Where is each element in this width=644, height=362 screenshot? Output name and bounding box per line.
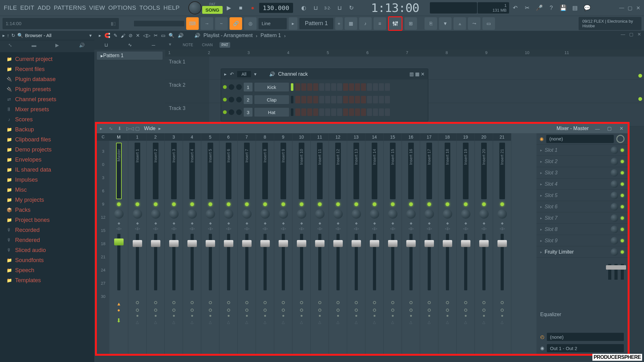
strip-number[interactable]: 5 bbox=[201, 133, 219, 141]
eq-high-knob[interactable] bbox=[618, 312, 624, 319]
slice-icon[interactable]: ✂ bbox=[154, 33, 158, 38]
browser-item[interactable]: 📦Packs bbox=[0, 205, 94, 215]
route-button[interactable] bbox=[209, 309, 212, 312]
route-button[interactable] bbox=[245, 309, 248, 312]
step-button[interactable] bbox=[319, 83, 324, 91]
route-button[interactable] bbox=[136, 301, 139, 304]
channel-mute-led[interactable] bbox=[223, 98, 227, 101]
cr-undo-icon[interactable]: ↶ bbox=[230, 71, 234, 77]
step-button[interactable] bbox=[319, 108, 324, 116]
stereo-swap-icon[interactable]: ◁▷ bbox=[153, 227, 158, 231]
pan-knob[interactable] bbox=[425, 209, 434, 219]
send-dot[interactable] bbox=[228, 315, 230, 317]
route-button[interactable] bbox=[373, 301, 376, 304]
menu-help[interactable]: HELP bbox=[162, 3, 181, 13]
route-button[interactable] bbox=[282, 309, 285, 312]
stereo-sep-icon[interactable]: ◆ bbox=[246, 221, 248, 225]
route-button[interactable] bbox=[409, 309, 413, 312]
menu-file[interactable]: FILE bbox=[3, 3, 18, 13]
fx-output-selector[interactable]: Out 1 - Out 2 bbox=[547, 344, 624, 352]
stereo-sep-icon[interactable]: ◆ bbox=[154, 221, 157, 225]
stereo-sep-icon[interactable]: ◆ bbox=[319, 221, 321, 225]
cr-speaker-icon[interactable]: 🔊 bbox=[269, 71, 275, 77]
mixer-strip[interactable]: 14 Insert 14 ◆ ◁▷ △ bbox=[365, 133, 384, 354]
step-button[interactable] bbox=[343, 83, 348, 91]
strip-mute-led[interactable] bbox=[117, 202, 121, 206]
stereo-swap-icon[interactable]: ◁▷ bbox=[445, 227, 450, 231]
tempo-tap-icon[interactable]: ⟁ bbox=[453, 17, 466, 30]
dock-icon[interactable]: △ bbox=[154, 320, 157, 324]
arrange-icon[interactable]: ▭ bbox=[482, 17, 495, 30]
stereo-sep-icon[interactable]: ◆ bbox=[483, 221, 485, 225]
cr-options-icon[interactable]: ▦ bbox=[415, 71, 421, 77]
stereo-sep-icon[interactable]: ◆ bbox=[282, 221, 285, 225]
strip-mute-led[interactable] bbox=[263, 202, 267, 206]
mixer-close[interactable]: ✕ bbox=[618, 125, 625, 132]
send-dot[interactable] bbox=[392, 315, 394, 317]
step-button[interactable] bbox=[307, 108, 312, 116]
pencil-icon[interactable]: ✎ bbox=[114, 33, 118, 38]
pan-knob[interactable] bbox=[461, 209, 470, 219]
volume-fader[interactable] bbox=[264, 234, 267, 290]
browser-item[interactable]: 📁Recent files bbox=[0, 64, 94, 74]
view-mixer-button[interactable] bbox=[389, 17, 402, 30]
fader-cap[interactable] bbox=[187, 240, 197, 247]
fx-target-icon[interactable]: ▲ bbox=[117, 301, 121, 305]
play-button[interactable] bbox=[223, 2, 235, 14]
strip-number[interactable]: 6 bbox=[219, 133, 237, 141]
render-icon[interactable]: ▤ bbox=[569, 2, 581, 14]
send-dot[interactable] bbox=[209, 315, 211, 317]
send-dot[interactable] bbox=[410, 315, 412, 317]
pan-knob[interactable] bbox=[406, 209, 416, 219]
fader-cap[interactable] bbox=[443, 240, 452, 247]
send-dot[interactable] bbox=[447, 315, 448, 317]
step-button[interactable] bbox=[367, 96, 372, 103]
volume-fader[interactable] bbox=[209, 234, 212, 290]
pan-knob[interactable] bbox=[497, 209, 507, 219]
step-button[interactable] bbox=[367, 108, 372, 116]
route-button[interactable] bbox=[501, 301, 504, 304]
browser-item[interactable]: 📁Backup bbox=[0, 124, 94, 134]
mixer-strip[interactable]: 10 Insert 10 ◆ ◁▷ △ bbox=[292, 133, 311, 354]
pan-knob[interactable] bbox=[370, 209, 379, 219]
mixer-strip-master[interactable]: M Master ◆ ◁▷ ▲●⬇ bbox=[109, 133, 128, 354]
mixer-layout-dropdown-icon[interactable]: ▸ bbox=[158, 126, 161, 131]
mixer-strip[interactable]: 2 Insert 2 ◆ ◁▷ △ bbox=[147, 133, 165, 354]
fx-slot[interactable]: ▸Slot 7 bbox=[536, 212, 628, 224]
browser-item[interactable]: 🎙Recorded bbox=[0, 225, 94, 235]
route-button[interactable] bbox=[355, 309, 358, 312]
picker-waveform-icon[interactable]: ⊔ bbox=[104, 42, 108, 48]
route-button[interactable] bbox=[300, 301, 303, 304]
route-button[interactable] bbox=[482, 309, 486, 312]
pan-knob[interactable] bbox=[443, 209, 452, 219]
track-tab-chan[interactable]: CHAN bbox=[200, 42, 214, 48]
send-dot[interactable] bbox=[173, 315, 175, 317]
mixer-strip[interactable]: 12 Insert 12 ◆ ◁▷ △ bbox=[329, 133, 347, 354]
step-button[interactable] bbox=[319, 96, 324, 103]
volume-fader[interactable] bbox=[117, 234, 120, 290]
main-volume-knob[interactable] bbox=[188, 1, 202, 14]
strip-number[interactable]: 1 bbox=[128, 133, 146, 141]
strip-number[interactable]: 19 bbox=[457, 133, 475, 141]
mixer-strip[interactable]: 15 Insert 15 ◆ ◁▷ △ bbox=[384, 133, 402, 354]
blend-notes-icon[interactable]: ~ bbox=[215, 17, 228, 30]
volume-fader[interactable] bbox=[191, 234, 194, 290]
route-button[interactable] bbox=[391, 301, 394, 304]
browser-item[interactable]: 📁Demo projects bbox=[0, 145, 94, 155]
dock-icon[interactable]: △ bbox=[355, 320, 358, 324]
route-button[interactable] bbox=[136, 309, 139, 312]
pan-knob[interactable] bbox=[169, 209, 179, 219]
send-dot[interactable] bbox=[374, 315, 375, 317]
tempo-display[interactable]: 130.000 bbox=[259, 3, 293, 13]
fx-send-led[interactable]: ● bbox=[117, 307, 120, 313]
route-button[interactable] bbox=[336, 301, 340, 304]
strip-mute-led[interactable] bbox=[318, 202, 322, 206]
step-button[interactable] bbox=[355, 108, 360, 116]
stereo-swap-icon[interactable]: ◁▷ bbox=[299, 227, 304, 231]
window-maximize[interactable]: ▢ bbox=[626, 4, 633, 11]
dock-icon[interactable]: △ bbox=[282, 320, 285, 324]
track-name[interactable]: Track 1 bbox=[165, 57, 209, 80]
stereo-swap-icon[interactable]: ◁▷ bbox=[171, 227, 176, 231]
browser-item[interactable]: 📁IL shared data bbox=[0, 165, 94, 175]
mixer-strip[interactable]: 21 Insert 21 ◆ ◁▷ △ bbox=[493, 133, 511, 354]
